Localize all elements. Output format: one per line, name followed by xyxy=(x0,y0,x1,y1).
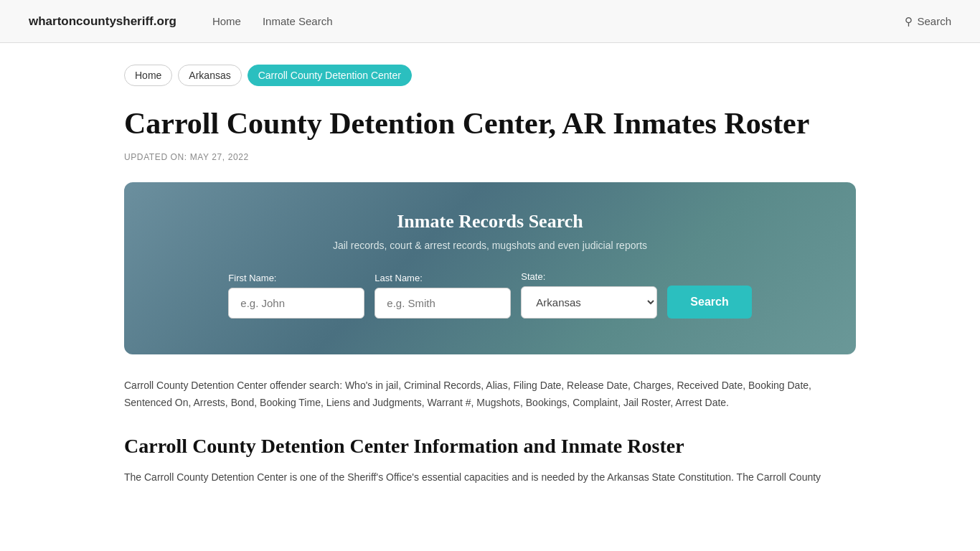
first-name-group: First Name: xyxy=(228,273,364,319)
search-button[interactable]: Search xyxy=(667,286,751,319)
search-icon: ⚲ xyxy=(905,15,913,28)
main-content: Home Arkansas Carroll County Detention C… xyxy=(95,43,885,508)
nav-brand[interactable]: whartoncountysheriff.org xyxy=(29,14,176,29)
nav-links: Home Inmate Search xyxy=(212,15,877,27)
nav-link-inmate-search[interactable]: Inmate Search xyxy=(263,15,333,27)
nav-search[interactable]: ⚲ Search xyxy=(905,15,951,28)
section-heading: Carroll County Detention Center Informat… xyxy=(124,435,856,458)
last-name-label: Last Name: xyxy=(374,273,422,283)
search-widget-subtitle: Jail records, court & arrest records, mu… xyxy=(160,240,820,251)
last-name-input[interactable] xyxy=(374,288,511,319)
state-select[interactable]: Arkansas xyxy=(521,286,657,319)
first-name-label: First Name: xyxy=(228,273,276,283)
breadcrumb-carroll[interactable]: Carroll County Detention Center xyxy=(248,65,412,86)
breadcrumb-arkansas[interactable]: Arkansas xyxy=(178,65,241,86)
breadcrumb: Home Arkansas Carroll County Detention C… xyxy=(124,65,856,86)
navbar: whartoncountysheriff.org Home Inmate Sea… xyxy=(0,0,980,43)
nav-search-label: Search xyxy=(917,15,951,27)
state-label: State: xyxy=(521,271,545,282)
section-body: The Carroll County Detention Center is o… xyxy=(124,469,856,486)
search-widget-title: Inmate Records Search xyxy=(160,211,820,232)
first-name-input[interactable] xyxy=(228,288,364,319)
search-widget: Inmate Records Search Jail records, cour… xyxy=(124,182,856,354)
search-form: First Name: Last Name: State: Arkansas S… xyxy=(160,271,820,319)
nav-link-home[interactable]: Home xyxy=(212,15,241,27)
updated-on: UPDATED ON: MAY 27, 2022 xyxy=(124,152,856,162)
last-name-group: Last Name: xyxy=(374,273,511,319)
state-group: State: Arkansas xyxy=(521,271,657,319)
breadcrumb-home[interactable]: Home xyxy=(124,65,172,86)
description-text: Carroll County Detention Center offender… xyxy=(124,377,856,412)
page-title: Carroll County Detention Center, AR Inma… xyxy=(124,106,856,141)
